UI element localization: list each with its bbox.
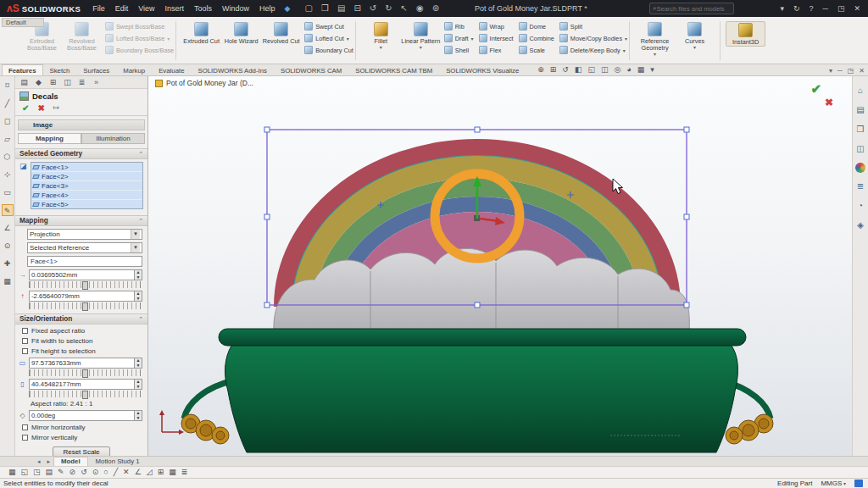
reset-scale-button[interactable]: Reset Scale (53, 446, 110, 456)
view-front-icon[interactable]: ◱ (21, 467, 29, 478)
command-tab[interactable]: Sketch (43, 64, 77, 75)
tag-icon[interactable] (854, 480, 863, 487)
featuremanager-tab-icon[interactable]: ▤ (19, 78, 30, 86)
menu-item[interactable]: Tools (189, 0, 217, 17)
configuration-tab[interactable]: Default (2, 18, 44, 27)
model-scene[interactable] (148, 76, 852, 456)
perimeter-circle-icon[interactable]: ⊙ (92, 467, 99, 478)
ribbon-big-button[interactable]: Revolved Boss/Base (62, 21, 102, 52)
spinner-buttons[interactable]: ▲▼ (134, 291, 142, 301)
ribbon-big-button[interactable]: Reference Geometry (635, 21, 675, 58)
window-close-icon[interactable]: ✕ (859, 67, 865, 75)
ribbon-big-button[interactable]: Extruded Cut (181, 21, 221, 45)
previous-view-icon[interactable]: ↺ (562, 64, 569, 75)
size-checkbox[interactable]: Fit height to selection (22, 347, 147, 355)
mirror-checkbox[interactable]: Mirror vertically (22, 434, 147, 441)
command-tab[interactable]: SOLIDWORKS Visualize (439, 64, 526, 75)
ribbon-big-button[interactable]: Revolved Cut (261, 21, 301, 45)
height-slider[interactable] (29, 391, 141, 397)
face-list-item[interactable]: Face<2> (31, 172, 142, 181)
configurationmanager-tab-icon[interactable]: ⊞ (47, 78, 58, 86)
instant3d-button[interactable]: Instant3D (726, 21, 765, 47)
redo-icon[interactable]: ↻ (381, 0, 395, 17)
menu-item[interactable]: File (87, 0, 110, 17)
forum-icon[interactable]: ◔ (854, 200, 866, 212)
selected-geometry-header[interactable]: Selected Geometry ⌃ (15, 148, 147, 159)
rotation-field[interactable]: 0.00deg ▲▼ (29, 410, 142, 421)
projection-select[interactable]: Projection ▼ (27, 229, 142, 240)
new-file-icon[interactable]: ▢ (302, 0, 316, 17)
ribbon-big-button[interactable]: Hole Wizard (221, 21, 261, 45)
sheet-icon[interactable]: ▤ (46, 467, 53, 478)
ribbon-small-button[interactable]: Intersect (479, 33, 514, 43)
options-icon[interactable]: ⊛ (429, 0, 442, 17)
mapping-header[interactable]: Mapping ⌃ (15, 215, 147, 226)
reference-select[interactable]: Selected Reference ▼ (27, 242, 142, 253)
edit-appearance-icon[interactable]: ◕ (626, 64, 631, 75)
filter-plane-icon[interactable]: ▭ (2, 186, 14, 198)
filter-vertices-icon[interactable]: ⌑ (2, 80, 14, 92)
filter-dimension-icon[interactable]: ∠ (2, 222, 14, 234)
circle-icon[interactable]: ○ (103, 467, 108, 478)
pattern-icon[interactable]: ▦ (169, 467, 176, 478)
height-field[interactable]: 40.45482177mm ▲▼ (29, 379, 142, 390)
ribbon-small-button[interactable]: Combine (519, 33, 554, 43)
grid-icon[interactable]: ▦ (8, 467, 16, 478)
select-icon[interactable]: ↖ (398, 0, 411, 17)
view-iso-icon[interactable]: ◳ (33, 467, 41, 478)
ok-button[interactable]: ✔ (22, 103, 29, 113)
display-style-icon[interactable]: ◫ (601, 64, 609, 75)
ribbon-small-button[interactable]: Lofted Cut (304, 33, 353, 43)
filter-surface-icon[interactable]: ▱ (2, 133, 14, 145)
arc-icon[interactable]: ◿ (147, 467, 153, 478)
refresh-icon[interactable]: ↻ (789, 0, 804, 17)
command-tab[interactable]: Markup (116, 64, 152, 75)
spinner-buttons[interactable]: ▲▼ (134, 380, 142, 389)
filter-faces-icon[interactable]: ◻ (2, 115, 14, 127)
ribbon-big-button[interactable]: Linear Pattern (401, 21, 441, 51)
selected-faces-list[interactable]: Face<1>Face<2>Face<3>Face<4>Face<5> (31, 162, 143, 209)
view-settings-icon[interactable]: ▾ (650, 64, 654, 75)
zoom-fit-icon[interactable]: ⊕ (537, 64, 544, 75)
open-file-icon[interactable]: ❒ (318, 0, 332, 17)
menu-item[interactable]: Window (217, 0, 254, 17)
model-tab[interactable]: Model (53, 457, 88, 466)
spinner-buttons[interactable]: ▲▼ (134, 270, 142, 280)
ribbon-big-button[interactable]: Curves (675, 21, 715, 51)
ribbon-small-button[interactable]: Scale (519, 45, 554, 55)
file-explorer-icon[interactable]: ❒ (854, 124, 866, 136)
rebuild-icon[interactable]: ◉ (413, 0, 427, 17)
filter-solid-icon[interactable]: ⬡ (2, 151, 14, 163)
filter-sketch-icon[interactable]: ✎ (2, 204, 14, 216)
width-field[interactable]: 97.57367633mm ▲▼ (29, 358, 142, 369)
menu-item[interactable]: Insert (160, 0, 190, 17)
vertical-offset-slider[interactable] (29, 302, 141, 309)
ribbon-small-button[interactable]: Delete/Keep Body (559, 45, 627, 55)
vertical-offset-field[interactable]: -2.65640079mm ▲▼ (29, 291, 142, 302)
table-icon[interactable]: ⊞ (158, 467, 164, 478)
sketch-icon[interactable]: ✎ (58, 467, 64, 478)
size-checkbox[interactable]: Fixed aspect ratio (22, 327, 147, 335)
size-checkbox[interactable]: Fit width to selection (22, 337, 147, 345)
window-restore-icon[interactable]: ◳ (848, 67, 854, 75)
ribbon-small-button[interactable]: Swept Boss/Base (105, 21, 174, 31)
apply-scene-icon[interactable]: ▦ (637, 64, 645, 75)
maximize-icon[interactable]: ◳ (833, 0, 849, 17)
image-section-header[interactable]: Image (18, 119, 145, 130)
undo-icon[interactable]: ↺ (366, 0, 380, 17)
tab-scroll-left-icon[interactable]: ◂ (34, 457, 44, 466)
model-tab[interactable]: Motion Study 1 (88, 457, 147, 466)
filter-edges-icon[interactable]: ╱ (2, 97, 14, 109)
hide-show-items-icon[interactable]: ◎ (614, 64, 620, 75)
displaymanager-tab-icon[interactable]: ≣ (76, 78, 87, 86)
view-palette-icon[interactable]: ◫ (854, 143, 866, 155)
command-tab[interactable]: SOLIDWORKS CAM TBM (348, 64, 439, 75)
ribbon-small-button[interactable]: Move/Copy Bodies (559, 33, 627, 43)
view-orientation-icon[interactable]: ◱ (587, 64, 595, 75)
ribbon-small-button[interactable]: Shell (444, 45, 474, 55)
ribbon-small-button[interactable]: Wrap (479, 21, 514, 31)
decal-subtab[interactable]: Illumination (81, 133, 145, 144)
size-orientation-header[interactable]: Size/Orientation ⌃ (15, 313, 147, 324)
expand-tabs-icon[interactable]: » (91, 78, 102, 86)
tab-scroll-right-icon[interactable]: ▸ (44, 457, 54, 466)
